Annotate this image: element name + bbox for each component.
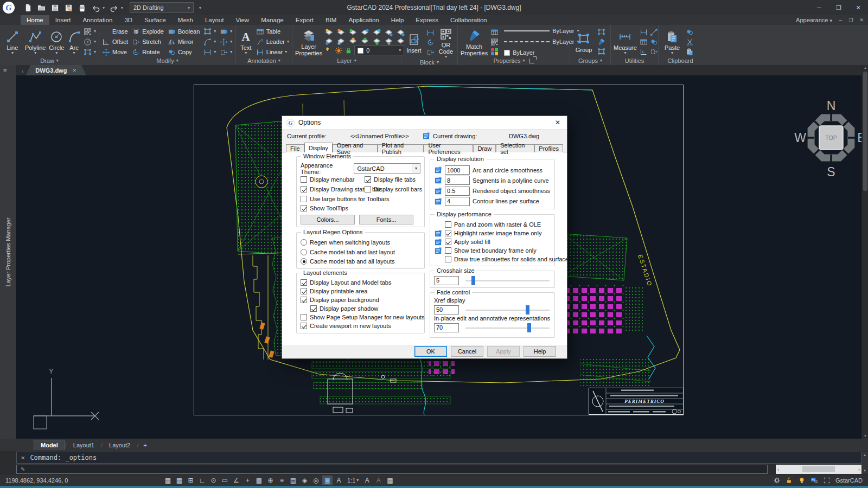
- scroll-up-icon[interactable]: ▲: [862, 66, 868, 69]
- utilities-panel-caption[interactable]: Utilities: [611, 57, 658, 65]
- copy-clip-icon[interactable]: [686, 28, 694, 36]
- ui-lock-icon[interactable]: [786, 477, 793, 484]
- circle-tool[interactable]: Circle▾: [48, 29, 65, 55]
- layer-walk-icon[interactable]: [373, 37, 381, 45]
- crosshair-size-input[interactable]: [434, 276, 459, 285]
- annotation-visibility-icon[interactable]: A: [334, 476, 344, 485]
- new-file-button[interactable]: [21, 2, 34, 14]
- compass-south[interactable]: S: [827, 165, 835, 179]
- tab-annotation[interactable]: Annotation: [76, 15, 118, 25]
- copy-base-icon[interactable]: [686, 48, 694, 56]
- scroll-thumb[interactable]: [863, 72, 867, 191]
- compass-east[interactable]: E: [857, 131, 861, 145]
- file-tab-scroll-left-icon[interactable]: ‹: [20, 68, 25, 75]
- arc-tool[interactable]: Arc▾: [67, 29, 81, 55]
- edit-block-icon[interactable]: [426, 38, 435, 47]
- match-properties-tool[interactable]: Match Properties: [461, 28, 488, 56]
- paste-tool[interactable]: Paste▾: [661, 29, 683, 55]
- cb-display-scroll-bars[interactable]: Display scroll bars: [365, 184, 422, 194]
- cb-apply-solid-fill[interactable]: Apply solid fill: [434, 237, 551, 246]
- grid-display-icon[interactable]: ▦: [163, 476, 173, 485]
- rendered-smoothness-input[interactable]: [445, 187, 470, 196]
- cb-text-boundary-frame[interactable]: Show text boundary frame only: [434, 246, 551, 255]
- dynamic-ucs-icon[interactable]: ◈: [299, 476, 310, 485]
- break-tool[interactable]: ▾: [203, 47, 216, 57]
- group-select-icon[interactable]: [597, 48, 605, 56]
- group-edit-icon[interactable]: [597, 38, 605, 46]
- groups-panel-caption[interactable]: Groups▾: [570, 57, 610, 65]
- cb-show-tooltips[interactable]: Show ToolTips: [301, 204, 420, 214]
- line-tool[interactable]: Line▾: [3, 29, 22, 55]
- tab-express[interactable]: Express: [410, 15, 444, 25]
- tab-export[interactable]: Export: [290, 15, 320, 25]
- tab-manage[interactable]: Manage: [255, 15, 290, 25]
- point-tool[interactable]: ▾: [84, 27, 96, 36]
- linetype-list-icon[interactable]: [490, 38, 499, 46]
- erase-tool[interactable]: Erase: [102, 27, 128, 36]
- doc-restore-button[interactable]: ❐: [848, 17, 853, 23]
- hscroll-thumb[interactable]: [802, 466, 835, 472]
- tab-surface[interactable]: Surface: [138, 15, 172, 25]
- xref-fade-slider[interactable]: [464, 305, 551, 314]
- cb-display-menubar[interactable]: Display menubar: [301, 175, 365, 184]
- tab-mesh[interactable]: Mesh: [172, 15, 199, 25]
- cb-highlight-raster-frame[interactable]: Highlight raster image frame only: [434, 229, 551, 237]
- open-file-button[interactable]: [35, 2, 48, 14]
- command-scroll-down-icon[interactable]: ▼: [863, 469, 866, 472]
- save-as-button[interactable]: [62, 2, 75, 14]
- radio-cache-all[interactable]: Cache model tab and all layouts: [301, 256, 420, 266]
- tab-model[interactable]: Model: [34, 440, 65, 450]
- ok-button[interactable]: OK: [414, 346, 447, 357]
- polyline-segments-input[interactable]: [445, 176, 470, 185]
- object-snap-tracking-icon[interactable]: ∠: [231, 476, 241, 485]
- snap-grid-icon[interactable]: ▦: [174, 476, 184, 485]
- radio-cache-last[interactable]: Cache model tab and last layout: [301, 247, 420, 257]
- annotation-scale-control[interactable]: 1:1▾: [345, 477, 361, 484]
- cb-display-printable-area[interactable]: Display printable area: [301, 287, 420, 296]
- tab-plot-publish[interactable]: Plot and Publish: [378, 144, 424, 152]
- ungroup-icon[interactable]: [597, 28, 605, 36]
- tab-bim[interactable]: BIM: [320, 15, 342, 25]
- tab-layout2[interactable]: Layout2: [103, 440, 137, 450]
- appearance-theme-select[interactable]: GstarCAD ▾: [354, 163, 420, 174]
- gstarcad-logo-icon[interactable]: [3, 2, 15, 14]
- properties-panel-caption[interactable]: Properties▾: [458, 57, 570, 65]
- help-button[interactable]: Help: [524, 346, 556, 357]
- redo-button[interactable]: [107, 2, 120, 14]
- slider-thumb[interactable]: [526, 305, 529, 314]
- tab-insert[interactable]: Insert: [49, 15, 77, 25]
- command-horizontal-scrollbar[interactable]: ‹ ›: [776, 465, 861, 474]
- layer-lock-icon[interactable]: [349, 37, 357, 45]
- layer-match-icon[interactable]: [361, 28, 369, 36]
- clipboard-panel-caption[interactable]: Clipboard: [659, 57, 702, 65]
- align-tool[interactable]: ▾: [220, 27, 232, 36]
- lineweight-list-icon[interactable]: [490, 28, 499, 36]
- ortho-mode-icon[interactable]: ∟: [197, 476, 207, 485]
- tips-bulb-icon[interactable]: [798, 477, 806, 484]
- annotation-autoadd-icon[interactable]: A: [373, 476, 384, 485]
- window-close-button[interactable]: ✕: [848, 0, 868, 15]
- undo-button[interactable]: [89, 2, 102, 14]
- doc-close-button[interactable]: ✕: [859, 17, 864, 23]
- compass-west[interactable]: W: [794, 131, 806, 145]
- id-point-icon[interactable]: [650, 28, 658, 36]
- qat-more-icon[interactable]: ▾: [199, 5, 201, 10]
- qr-code-tool[interactable]: QR Code▾: [437, 26, 455, 59]
- save-button[interactable]: [48, 2, 61, 14]
- tab-draw[interactable]: Draw: [473, 144, 496, 152]
- selection-cycling-icon[interactable]: ≡: [277, 476, 287, 485]
- cb-create-viewport[interactable]: Create viewport in new layouts: [301, 322, 420, 330]
- cb-display-paper-shadow[interactable]: Display paper shadow: [301, 304, 420, 313]
- dialog-close-button[interactable]: ✕: [548, 116, 567, 129]
- canvas-vertical-scrollbar[interactable]: ▲ ▼: [861, 65, 868, 439]
- tab-view[interactable]: View: [229, 15, 255, 25]
- quick-select-icon[interactable]: [650, 38, 658, 46]
- clean-screen-icon[interactable]: [823, 477, 831, 484]
- apply-button[interactable]: Apply: [487, 346, 520, 357]
- color-palette-icon[interactable]: [490, 48, 499, 56]
- annotation-monitor-icon[interactable]: ◎: [311, 476, 321, 485]
- tab-file[interactable]: File: [286, 144, 304, 152]
- tab-3d[interactable]: 3D: [118, 15, 138, 25]
- arc-smoothness-input[interactable]: [445, 165, 470, 175]
- cb-large-buttons[interactable]: Use large buttons for Toolbars: [301, 194, 420, 204]
